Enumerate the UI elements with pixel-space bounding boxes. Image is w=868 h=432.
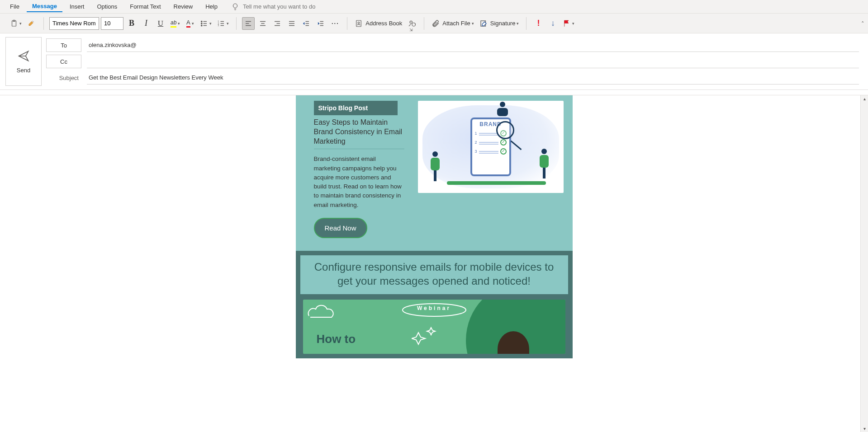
collapse-ribbon-button[interactable]: ˄ — [861, 20, 864, 27]
tell-me-input[interactable] — [243, 3, 351, 10]
high-importance-button[interactable]: ! — [532, 17, 545, 30]
numbering-icon: 123 — [217, 19, 225, 28]
svg-point-7 — [201, 25, 202, 26]
cc-button[interactable]: Cc — [46, 55, 81, 68]
send-button[interactable]: Send — [5, 37, 42, 86]
menu-message[interactable]: Message — [27, 1, 62, 12]
font-color-icon: A — [186, 19, 190, 28]
highlight-button[interactable]: ab — [169, 17, 182, 30]
follow-up-button[interactable] — [561, 17, 576, 30]
align-center-button[interactable] — [256, 17, 269, 30]
decrease-indent-button[interactable] — [300, 17, 313, 30]
paperclip-icon — [432, 19, 440, 28]
align-justify-button[interactable] — [285, 17, 298, 30]
underline-icon: U — [158, 19, 163, 28]
send-label: Send — [17, 67, 30, 74]
align-justify-icon — [288, 19, 296, 28]
align-left-button[interactable] — [242, 17, 255, 30]
italic-icon: I — [145, 19, 147, 28]
svg-point-3 — [201, 21, 202, 22]
paintbrush-icon — [28, 19, 36, 28]
menu-review[interactable]: Review — [168, 1, 199, 12]
font-name-combo[interactable] — [49, 17, 99, 30]
svg-point-34 — [358, 22, 360, 23]
subject-field[interactable] — [87, 71, 859, 85]
bold-icon: B — [129, 19, 134, 28]
paste-button[interactable] — [8, 17, 24, 30]
bullets-icon — [200, 19, 208, 28]
lightbulb-icon — [231, 3, 239, 11]
align-right-icon — [273, 19, 281, 28]
svg-text:3: 3 — [218, 24, 219, 27]
clipboard-icon — [10, 19, 18, 28]
svg-point-0 — [233, 4, 237, 8]
font-color-button[interactable]: A — [184, 17, 196, 30]
attach-file-label: Attach File — [442, 20, 470, 27]
address-book-button[interactable]: Address Book — [353, 17, 404, 30]
indent-icon — [317, 19, 325, 28]
align-left-icon — [244, 19, 252, 28]
italic-button[interactable]: I — [140, 17, 152, 30]
format-painter-button[interactable] — [25, 17, 38, 30]
signature-icon — [479, 19, 488, 28]
bold-button[interactable]: B — [125, 17, 138, 30]
align-right-button[interactable] — [271, 17, 284, 30]
down-arrow-icon: ↓ — [551, 19, 555, 28]
align-center-icon — [259, 19, 267, 28]
flag-icon — [563, 19, 571, 28]
address-book-label: Address Book — [365, 20, 402, 27]
increase-indent-button[interactable] — [314, 17, 327, 30]
signature-label: Signature — [490, 20, 516, 27]
message-header: Send To Cc Subject — [0, 33, 868, 90]
exclamation-icon: ! — [537, 19, 540, 28]
cc-field[interactable] — [87, 55, 859, 68]
menu-bar: File Message Insert Options Format Text … — [0, 0, 868, 14]
menu-file[interactable]: File — [5, 1, 25, 12]
font-size-combo[interactable] — [101, 17, 123, 30]
ribbon: B I U ab A 123 ··· Address Book — [0, 14, 868, 33]
menu-format-text[interactable]: Format Text — [124, 1, 166, 12]
outdent-icon — [302, 19, 310, 28]
more-paragraph-button[interactable]: ··· — [329, 17, 342, 30]
underline-button[interactable]: U — [154, 17, 167, 30]
numbering-button[interactable]: 123 — [215, 17, 231, 30]
address-book-icon — [355, 19, 363, 28]
bullets-button[interactable] — [198, 17, 213, 30]
subject-label: Subject — [46, 75, 81, 81]
svg-point-5 — [201, 23, 202, 23]
to-field[interactable] — [87, 38, 859, 52]
tell-me[interactable] — [231, 3, 351, 11]
ellipsis-icon: ··· — [332, 20, 339, 27]
svg-point-35 — [410, 21, 412, 23]
low-importance-button[interactable]: ↓ — [546, 17, 559, 30]
send-icon — [17, 50, 30, 62]
to-button[interactable]: To — [46, 38, 81, 52]
check-names-icon — [408, 19, 416, 28]
attach-file-button[interactable]: Attach File — [430, 17, 475, 30]
menu-options[interactable]: Options — [91, 1, 123, 12]
highlight-icon: ab — [171, 19, 176, 28]
signature-button[interactable]: Signature — [478, 17, 521, 30]
menu-help[interactable]: Help — [200, 1, 223, 12]
menu-insert[interactable]: Insert — [64, 1, 90, 12]
dialog-launcher[interactable]: ⇲ — [409, 28, 413, 32]
